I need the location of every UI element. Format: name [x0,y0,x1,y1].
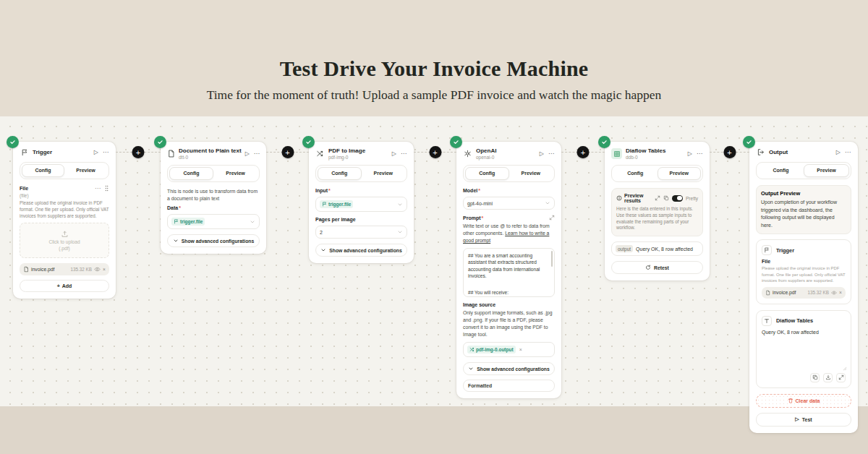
tab-preview[interactable]: Preview [64,164,107,177]
trigger-file-chip[interactable]: trigger.file [320,200,353,208]
advanced-config-button[interactable]: Show advanced configurations [315,244,407,257]
prompt-textarea[interactable]: ## You are a smart accounting assistant … [463,248,555,297]
retest-label: Retest [654,265,669,270]
more-menu-icon[interactable]: ⋯ [697,150,703,157]
tab-config[interactable]: Config [169,167,213,180]
footer-band [0,406,868,454]
tab-config[interactable]: Config [758,164,804,177]
run-node-icon[interactable]: ▷ [392,150,396,157]
advanced-config-label: Show advanced configurations [477,367,549,372]
clear-data-button[interactable]: Clear data [756,394,851,408]
advanced-config-button[interactable]: Show advanced configurations [463,362,555,375]
image-source-label: Image source [463,302,495,307]
tab-config[interactable]: Config [22,164,64,177]
output-preview-description: Upon completion of your workflow trigger… [761,199,846,229]
input-select[interactable]: trigger.file [315,197,407,212]
more-menu-icon[interactable]: ⋯ [548,150,555,157]
add-node-button[interactable]: + [723,146,736,158]
data-select[interactable]: trigger.file [167,214,260,229]
more-menu-icon[interactable]: ⋯ [401,150,407,157]
expand-icon[interactable] [549,215,555,220]
run-node-icon[interactable]: ▷ [94,149,98,155]
tab-preview[interactable]: Preview [362,167,406,180]
upload-dropzone[interactable]: Click to upload (.pdf) [20,223,109,258]
copy-icon[interactable] [663,195,669,201]
success-check-badge [7,136,19,148]
tab-config[interactable]: Config [465,167,509,180]
edge-connector: + [561,146,605,158]
format-select[interactable]: Formatted [463,380,555,392]
run-node-icon[interactable]: ▷ [540,150,544,157]
preview-results-title: Preview results [624,193,652,203]
diaflow-tables-node-card: Diaflow Tables ddb-0 ▷ ⋯ Config Preview … [605,142,710,280]
add-node-button[interactable]: + [429,146,441,158]
remove-file-icon[interactable]: × [103,267,106,272]
run-node-icon[interactable]: ▷ [688,150,692,157]
more-menu-icon[interactable]: ⋯ [845,149,851,155]
expand-icon[interactable] [655,195,660,201]
node-title: OpenAI [476,147,496,154]
drag-handle-icon[interactable] [104,185,109,192]
document-icon [23,266,29,273]
add-node-button[interactable]: + [132,146,145,158]
retest-button[interactable]: Retest [611,261,703,274]
run-node-icon[interactable]: ▷ [836,149,841,155]
eye-icon[interactable] [831,290,837,296]
resize-handle-icon[interactable] [841,364,847,371]
advanced-config-label: Show advanced configurations [329,248,401,253]
tab-preview[interactable]: Preview [213,167,258,180]
flag-icon [20,147,29,157]
more-menu-icon[interactable]: ⋯ [254,150,260,157]
text-icon [762,316,772,326]
field-more-icon[interactable]: ⋯ [95,185,101,192]
tab-preview[interactable]: Preview [804,164,849,177]
pdf-img-output-chip[interactable]: pdf-img-0.output [467,346,516,354]
trigger-file-chip[interactable]: trigger.file [171,218,205,226]
edge-connector: + [266,146,309,158]
config-preview-tabs: Config Preview [756,162,851,179]
add-node-button[interactable]: + [281,146,294,158]
tab-preview[interactable]: Preview [509,167,553,180]
tab-preview[interactable]: Preview [658,167,702,180]
remove-chip-icon[interactable]: × [519,347,522,352]
hero-header: Test Drive Your Invoice Machine Time for… [0,56,868,103]
config-preview-tabs: Config Preview [167,165,260,182]
remove-file-icon[interactable]: × [839,290,842,295]
prompt-line: ## You will receive: [468,289,549,296]
tab-config[interactable]: Config [613,167,658,180]
run-node-icon[interactable]: ▷ [245,150,250,157]
image-source-input[interactable]: pdf-img-0.output × [463,342,555,357]
scrollbar-thumb[interactable] [551,251,553,267]
chevron-down-icon [397,229,403,235]
plus-icon: + [57,283,60,288]
pretty-toggle[interactable] [672,195,683,202]
node-title: Trigger [33,149,52,155]
node-title: Document to Plain text [179,147,242,154]
advanced-config-button[interactable]: Show advanced configurations [167,234,260,247]
more-menu-icon[interactable]: ⋯ [103,149,109,155]
add-node-button[interactable]: + [577,146,590,158]
check-icon [157,139,163,145]
eye-icon[interactable] [94,266,101,273]
model-select[interactable]: gpt-4o-mini [463,197,555,210]
download-icon[interactable] [823,373,833,382]
pages-value: 2 [320,230,323,235]
test-button[interactable]: ▷ Test [756,413,851,427]
check-icon [746,139,752,145]
transform-icon [315,149,325,158]
page-subtitle: Time for the moment of truth! Upload a s… [0,87,868,103]
upload-hint: (.pdf) [59,246,69,251]
expand-icon[interactable] [836,373,846,382]
add-file-button[interactable]: + Add [20,280,109,292]
output-icon [756,147,765,157]
preview-results-panel: Preview results Pretty Here is the data … [611,188,703,236]
node-title: Diaflow Tables [626,147,665,154]
document-icon [167,149,175,158]
openai-logo-icon [463,149,472,158]
test-label: Test [802,417,812,422]
pages-select[interactable]: 2 [315,226,407,239]
tab-config[interactable]: Config [318,167,362,180]
workflow-canvas [0,116,868,406]
copy-icon[interactable] [810,373,820,382]
required-marker: * [328,188,331,193]
